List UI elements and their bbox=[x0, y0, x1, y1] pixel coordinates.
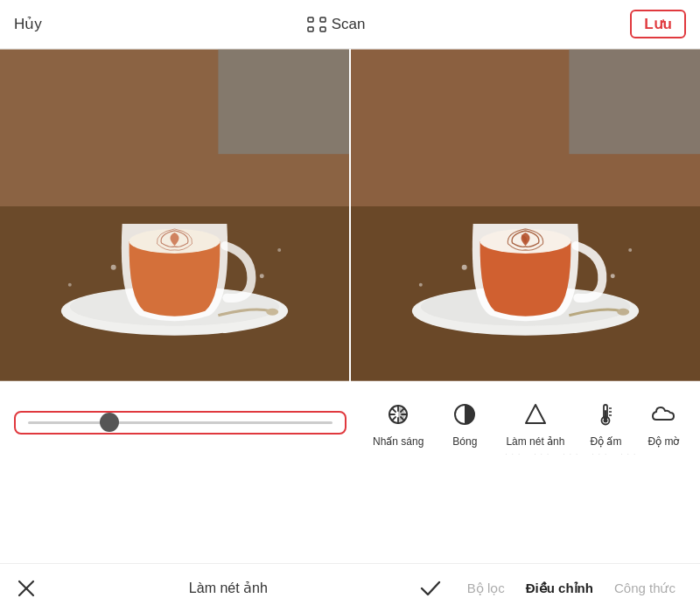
brightness-label: Nhấn sáng bbox=[373, 435, 424, 448]
temperature-label: Độ ấm bbox=[590, 435, 621, 448]
tools-area: Nhấn sáng Bóng Là bbox=[346, 398, 700, 448]
brightness-icon bbox=[382, 398, 415, 431]
tool-contrast[interactable]: Bóng bbox=[436, 398, 494, 448]
bottom-title: Làm nét ảnh bbox=[52, 580, 404, 596]
tab-dieu-chinh[interactable]: Điều chỉnh bbox=[515, 581, 604, 596]
image-area bbox=[0, 49, 700, 381]
svg-point-22 bbox=[611, 274, 615, 278]
tab-cong-thuc[interactable]: Công thức bbox=[604, 581, 686, 596]
edited-photo bbox=[351, 49, 700, 381]
svg-rect-3 bbox=[320, 27, 326, 31]
bottom-tabs: Bộ lọc Điều chỉnh Công thức bbox=[457, 581, 700, 596]
bottom-bar: Làm nét ảnh Bộ lọc Điều chỉnh Công thức bbox=[0, 563, 700, 612]
check-icon bbox=[420, 581, 441, 596]
svg-rect-14 bbox=[218, 49, 349, 154]
tool-brightness[interactable]: Nhấn sáng bbox=[360, 398, 436, 448]
slider-container bbox=[14, 411, 346, 435]
blur-label: Độ mờ bbox=[648, 435, 679, 448]
tool-sharpen[interactable]: Làm nét ảnh bbox=[494, 398, 577, 448]
svg-point-21 bbox=[462, 265, 467, 270]
save-button[interactable]: Lưu bbox=[630, 10, 686, 38]
close-icon bbox=[17, 579, 36, 598]
temperature-icon bbox=[589, 398, 622, 431]
svg-point-9 bbox=[266, 309, 278, 316]
sharpen-icon bbox=[519, 398, 552, 431]
svg-rect-0 bbox=[308, 17, 313, 22]
mid-section: Nhấn sáng Bóng Là bbox=[0, 381, 700, 460]
contrast-label: Bóng bbox=[452, 435, 477, 448]
slider-area bbox=[14, 411, 346, 435]
dots-hint: · · · · · · · · · · · · · · · bbox=[506, 451, 637, 456]
scan-button[interactable]: Scan bbox=[307, 16, 366, 33]
discard-button[interactable] bbox=[0, 579, 52, 598]
svg-point-23 bbox=[628, 248, 632, 252]
cancel-button[interactable]: Hủy bbox=[14, 15, 42, 33]
svg-point-35 bbox=[604, 418, 608, 422]
scan-icon bbox=[307, 17, 326, 32]
sharpen-label: Làm nét ảnh bbox=[506, 435, 564, 448]
contrast-icon bbox=[448, 398, 481, 431]
svg-point-10 bbox=[111, 265, 116, 270]
tab-bo-loc[interactable]: Bộ lọc bbox=[457, 581, 515, 596]
svg-rect-1 bbox=[320, 17, 326, 22]
svg-point-12 bbox=[277, 248, 281, 252]
svg-rect-25 bbox=[569, 49, 700, 154]
sharpen-slider[interactable] bbox=[28, 421, 332, 424]
svg-point-20 bbox=[617, 309, 629, 316]
scan-label: Scan bbox=[332, 16, 366, 33]
confirm-button[interactable] bbox=[404, 581, 457, 596]
top-bar: Hủy Scan Lưu bbox=[0, 0, 700, 49]
svg-point-11 bbox=[260, 274, 264, 278]
svg-marker-31 bbox=[526, 405, 545, 423]
svg-point-13 bbox=[68, 283, 72, 287]
tool-blur[interactable]: Độ mờ bbox=[634, 398, 692, 448]
cloud-icon bbox=[647, 398, 680, 431]
tool-temperature[interactable]: Độ ấm bbox=[577, 398, 634, 448]
svg-point-24 bbox=[419, 283, 423, 287]
original-photo bbox=[0, 49, 351, 381]
svg-rect-2 bbox=[308, 27, 313, 31]
